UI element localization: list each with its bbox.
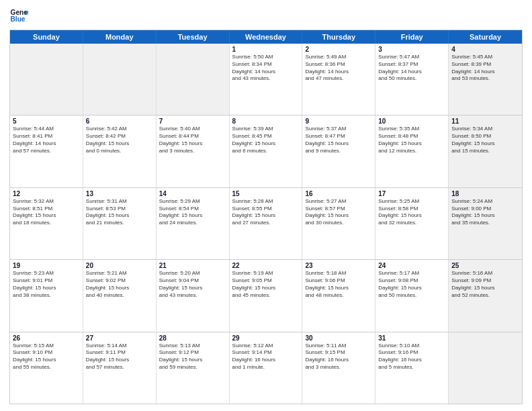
day-info: Sunrise: 5:44 AM Sunset: 8:41 PM Dayligh… <box>13 126 80 154</box>
logo-icon: General Blue <box>9 7 28 26</box>
day-number: 31 <box>378 334 445 342</box>
day-cell-21: 21Sunrise: 5:20 AM Sunset: 9:04 PM Dayli… <box>157 260 230 331</box>
day-info: Sunrise: 5:32 AM Sunset: 8:51 PM Dayligh… <box>13 198 80 227</box>
day-info: Sunrise: 5:47 AM Sunset: 8:37 PM Dayligh… <box>378 54 445 83</box>
day-cell-25: 25Sunrise: 5:16 AM Sunset: 9:09 PM Dayli… <box>449 260 522 331</box>
day-info: Sunrise: 5:29 AM Sunset: 8:54 PM Dayligh… <box>159 198 226 227</box>
day-number: 24 <box>378 262 445 269</box>
weekday-header-friday: Friday <box>375 30 449 44</box>
day-cell-24: 24Sunrise: 5:17 AM Sunset: 9:08 PM Dayli… <box>375 260 449 331</box>
day-number: 5 <box>13 118 80 125</box>
day-info: Sunrise: 5:13 AM Sunset: 9:12 PM Dayligh… <box>159 342 226 371</box>
empty-cell-0-2 <box>157 44 230 115</box>
day-number: 18 <box>451 190 519 197</box>
day-number: 9 <box>305 118 372 125</box>
day-cell-19: 19Sunrise: 5:23 AM Sunset: 9:01 PM Dayli… <box>10 260 83 331</box>
day-info: Sunrise: 5:10 AM Sunset: 9:16 PM Dayligh… <box>378 342 445 371</box>
day-info: Sunrise: 5:14 AM Sunset: 9:11 PM Dayligh… <box>86 342 153 371</box>
weekday-header-saturday: Saturday <box>449 30 522 44</box>
day-info: Sunrise: 5:18 AM Sunset: 9:06 PM Dayligh… <box>305 270 372 299</box>
day-cell-17: 17Sunrise: 5:25 AM Sunset: 8:58 PM Dayli… <box>375 188 449 259</box>
day-info: Sunrise: 5:50 AM Sunset: 8:34 PM Dayligh… <box>232 54 300 83</box>
page: General Blue SundayMondayTuesdayWednesda… <box>0 0 532 411</box>
calendar-row-3: 19Sunrise: 5:23 AM Sunset: 9:01 PM Dayli… <box>10 259 522 331</box>
day-cell-18: 18Sunrise: 5:24 AM Sunset: 9:00 PM Dayli… <box>449 188 522 259</box>
day-info: Sunrise: 5:49 AM Sunset: 8:36 PM Dayligh… <box>305 54 372 83</box>
day-number: 14 <box>159 190 226 197</box>
day-info: Sunrise: 5:37 AM Sunset: 8:47 PM Dayligh… <box>305 126 372 154</box>
day-cell-5: 5Sunrise: 5:44 AM Sunset: 8:41 PM Daylig… <box>10 116 83 187</box>
day-info: Sunrise: 5:40 AM Sunset: 8:44 PM Dayligh… <box>159 126 226 154</box>
day-number: 10 <box>378 118 445 125</box>
day-number: 23 <box>305 262 372 269</box>
empty-cell-4-6 <box>449 332 522 404</box>
day-number: 27 <box>86 334 153 342</box>
day-info: Sunrise: 5:35 AM Sunset: 8:48 PM Dayligh… <box>378 126 445 154</box>
day-cell-3: 3Sunrise: 5:47 AM Sunset: 8:37 PM Daylig… <box>375 44 449 115</box>
day-info: Sunrise: 5:31 AM Sunset: 8:53 PM Dayligh… <box>86 198 153 227</box>
day-cell-29: 29Sunrise: 5:12 AM Sunset: 9:14 PM Dayli… <box>230 332 303 404</box>
day-number: 15 <box>232 190 300 197</box>
weekday-header-wednesday: Wednesday <box>230 30 303 44</box>
day-cell-7: 7Sunrise: 5:40 AM Sunset: 8:44 PM Daylig… <box>157 116 230 187</box>
day-info: Sunrise: 5:28 AM Sunset: 8:55 PM Dayligh… <box>232 198 300 227</box>
day-cell-22: 22Sunrise: 5:19 AM Sunset: 9:05 PM Dayli… <box>230 260 303 331</box>
day-info: Sunrise: 5:24 AM Sunset: 9:00 PM Dayligh… <box>451 198 519 227</box>
day-number: 20 <box>86 262 153 269</box>
empty-cell-0-1 <box>83 44 157 115</box>
calendar-body: 1Sunrise: 5:50 AM Sunset: 8:34 PM Daylig… <box>10 44 522 404</box>
day-cell-8: 8Sunrise: 5:39 AM Sunset: 8:45 PM Daylig… <box>230 116 303 187</box>
day-info: Sunrise: 5:34 AM Sunset: 8:50 PM Dayligh… <box>451 126 519 154</box>
logo: General Blue <box>9 7 28 26</box>
day-cell-1: 1Sunrise: 5:50 AM Sunset: 8:34 PM Daylig… <box>230 44 303 115</box>
day-info: Sunrise: 5:42 AM Sunset: 8:42 PM Dayligh… <box>86 126 153 154</box>
day-cell-16: 16Sunrise: 5:27 AM Sunset: 8:57 PM Dayli… <box>302 188 375 259</box>
day-cell-11: 11Sunrise: 5:34 AM Sunset: 8:50 PM Dayli… <box>449 116 522 187</box>
day-info: Sunrise: 5:16 AM Sunset: 9:09 PM Dayligh… <box>451 270 519 299</box>
day-cell-12: 12Sunrise: 5:32 AM Sunset: 8:51 PM Dayli… <box>10 188 83 259</box>
day-number: 26 <box>13 334 80 342</box>
day-cell-31: 31Sunrise: 5:10 AM Sunset: 9:16 PM Dayli… <box>375 332 449 404</box>
day-number: 1 <box>232 46 300 53</box>
calendar: SundayMondayTuesdayWednesdayThursdayFrid… <box>9 30 523 404</box>
calendar-header: SundayMondayTuesdayWednesdayThursdayFrid… <box>10 30 522 44</box>
weekday-header-sunday: Sunday <box>10 30 83 44</box>
day-number: 25 <box>451 262 519 269</box>
day-cell-6: 6Sunrise: 5:42 AM Sunset: 8:42 PM Daylig… <box>83 116 157 187</box>
weekday-header-thursday: Thursday <box>302 30 375 44</box>
day-info: Sunrise: 5:27 AM Sunset: 8:57 PM Dayligh… <box>305 198 372 227</box>
day-cell-26: 26Sunrise: 5:15 AM Sunset: 9:10 PM Dayli… <box>10 332 83 404</box>
day-cell-14: 14Sunrise: 5:29 AM Sunset: 8:54 PM Dayli… <box>157 188 230 259</box>
day-cell-2: 2Sunrise: 5:49 AM Sunset: 8:36 PM Daylig… <box>302 44 375 115</box>
day-cell-30: 30Sunrise: 5:11 AM Sunset: 9:15 PM Dayli… <box>302 332 375 404</box>
day-info: Sunrise: 5:23 AM Sunset: 9:01 PM Dayligh… <box>13 270 80 299</box>
weekday-header-tuesday: Tuesday <box>157 30 230 44</box>
day-info: Sunrise: 5:45 AM Sunset: 8:39 PM Dayligh… <box>451 54 519 83</box>
day-number: 3 <box>378 46 445 53</box>
day-number: 30 <box>305 334 372 342</box>
day-cell-13: 13Sunrise: 5:31 AM Sunset: 8:53 PM Dayli… <box>83 188 157 259</box>
day-info: Sunrise: 5:15 AM Sunset: 9:10 PM Dayligh… <box>13 342 80 371</box>
day-info: Sunrise: 5:19 AM Sunset: 9:05 PM Dayligh… <box>232 270 300 299</box>
svg-text:Blue: Blue <box>11 15 26 23</box>
header: General Blue <box>9 7 523 26</box>
day-number: 6 <box>86 118 153 125</box>
empty-cell-0-0 <box>10 44 83 115</box>
day-number: 17 <box>378 190 445 197</box>
calendar-row-0: 1Sunrise: 5:50 AM Sunset: 8:34 PM Daylig… <box>10 44 522 115</box>
day-number: 16 <box>305 190 372 197</box>
calendar-row-4: 26Sunrise: 5:15 AM Sunset: 9:10 PM Dayli… <box>10 332 522 404</box>
day-cell-20: 20Sunrise: 5:21 AM Sunset: 9:02 PM Dayli… <box>83 260 157 331</box>
day-number: 2 <box>305 46 372 53</box>
day-number: 22 <box>232 262 300 269</box>
day-cell-4: 4Sunrise: 5:45 AM Sunset: 8:39 PM Daylig… <box>449 44 522 115</box>
day-number: 13 <box>86 190 153 197</box>
day-info: Sunrise: 5:20 AM Sunset: 9:04 PM Dayligh… <box>159 270 226 299</box>
day-cell-27: 27Sunrise: 5:14 AM Sunset: 9:11 PM Dayli… <box>83 332 157 404</box>
day-number: 28 <box>159 334 226 342</box>
day-info: Sunrise: 5:39 AM Sunset: 8:45 PM Dayligh… <box>232 126 300 154</box>
day-number: 29 <box>232 334 300 342</box>
day-info: Sunrise: 5:17 AM Sunset: 9:08 PM Dayligh… <box>378 270 445 299</box>
day-cell-15: 15Sunrise: 5:28 AM Sunset: 8:55 PM Dayli… <box>230 188 303 259</box>
day-number: 7 <box>159 118 226 125</box>
